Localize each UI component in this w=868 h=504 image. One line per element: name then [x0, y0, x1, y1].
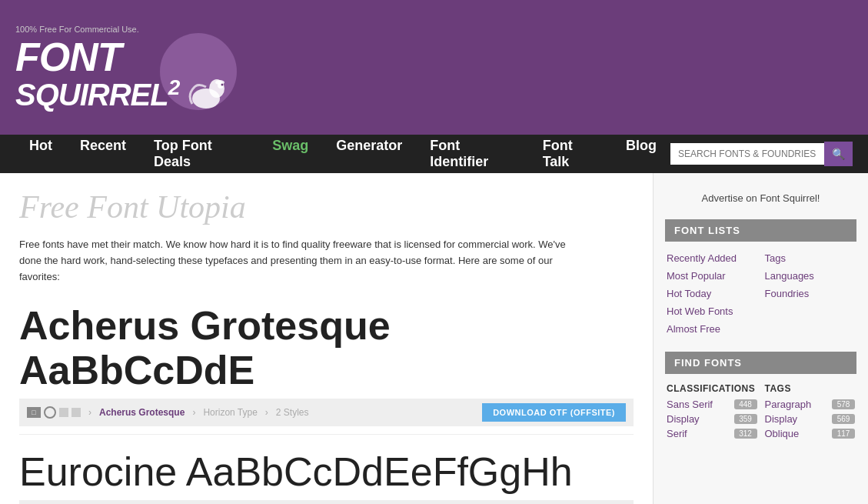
find-item-display-tag: Display 569 [765, 413, 856, 425]
sidebar: Advertise on Font Squirrel! FONT LISTS R… [653, 173, 868, 504]
square-icon2 [72, 408, 81, 417]
paragraph-label[interactable]: Paragraph [765, 399, 812, 410]
oblique-count: 117 [832, 429, 855, 439]
display-count: 359 [734, 414, 757, 424]
font-item-acherus: Acherus Grotesque AaBbCcDdE □ › Acherus … [19, 304, 634, 434]
navigation-bar: Hot Recent Top Font Deals Swag Generator… [0, 135, 868, 173]
oblique-label[interactable]: Oblique [765, 428, 800, 439]
page-title: Free Font Utopia [19, 189, 634, 225]
svg-point-4 [221, 84, 224, 86]
sidebar-ad[interactable]: Advertise on Font Squirrel! [665, 185, 856, 219]
sidebar-link-recently-added[interactable]: Recently Added [667, 251, 757, 265]
find-item-display: Display 359 [667, 413, 757, 425]
tags-header: TAGS [765, 383, 856, 394]
logo-text: FONT SQUIRREL2 [15, 37, 179, 110]
classifications-col: CLASSIFICATIONS Sans Serif 448 Display 3… [667, 383, 757, 442]
logo-area[interactable]: 100% Free For Commercial Use. FONT SQUIR… [15, 25, 229, 110]
font-item-eurocine: Eurocine AaBbCcDdEeFfGgHh □ › Eurocine ›… [19, 450, 634, 504]
main-layout: Free Font Utopia Free fonts have met the… [0, 173, 868, 504]
search-button[interactable]: 🔍 [824, 142, 853, 166]
font-meta-bar-acherus: □ › Acherus Grotesque › Horizon Type › 2… [19, 399, 634, 426]
display-tag-count: 569 [832, 414, 855, 424]
sep2: › [192, 407, 195, 418]
monitor-icon: □ [27, 407, 41, 418]
font-styles-acherus: 2 Styles [276, 407, 309, 418]
sidebar-link-most-popular[interactable]: Most Popular [667, 269, 757, 283]
sidebar-link-foundries[interactable]: Foundries [765, 286, 856, 301]
svg-point-3 [215, 80, 224, 85]
find-item-paragraph: Paragraph 578 [765, 399, 856, 410]
display-tag-label[interactable]: Display [765, 413, 798, 425]
find-fonts-header: FIND FONTS [665, 352, 856, 374]
sidebar-link-languages[interactable]: Languages [765, 269, 856, 283]
tags-col: TAGS Paragraph 578 Display 569 Oblique 1… [765, 383, 856, 442]
main-content: Free Font Utopia Free fonts have met the… [0, 173, 653, 504]
sans-serif-count: 448 [734, 399, 757, 409]
logo-font-word: FONT [15, 37, 179, 77]
square-icon1 [59, 408, 68, 417]
font-icons-acherus: □ [27, 406, 81, 419]
font-foundry-acherus: Horizon Type [203, 407, 257, 418]
squirrel-icon [183, 72, 229, 110]
sidebar-link-almost-free[interactable]: Almost Free [667, 322, 855, 336]
find-item-sans-serif: Sans Serif 448 [667, 399, 757, 410]
font-lists-links: Recently Added Tags Most Popular Languag… [665, 251, 856, 336]
sidebar-link-hot-today[interactable]: Hot Today [667, 286, 757, 301]
font-preview-eurocine: Eurocine AaBbCcDdEeFfGgHh [19, 450, 634, 494]
find-item-oblique: Oblique 117 [765, 428, 856, 439]
display-label[interactable]: Display [667, 413, 700, 425]
font-preview-acherus: Acherus Grotesque AaBbCcDdE [19, 304, 634, 392]
find-fonts-section: FIND FONTS CLASSIFICATIONS Sans Serif 44… [665, 352, 856, 442]
page-description: Free fonts have met their match. We know… [19, 237, 580, 285]
font-name-acherus[interactable]: Acherus Grotesque [99, 407, 185, 418]
ad-text: Advertise on Font Squirrel! [702, 192, 820, 204]
font-lists-header: FONT LISTS [665, 219, 856, 242]
classifications-header: CLASSIFICATIONS [667, 383, 757, 394]
download-button-acherus[interactable]: DOWNLOAD OTF (OFFSITE) [482, 403, 626, 422]
sep1: › [88, 407, 91, 418]
logo-text-wrapper: FONT SQUIRREL2 [15, 37, 179, 110]
paragraph-count: 578 [832, 399, 855, 409]
logo-squirrel-word: SQUIRREL2 [15, 77, 179, 110]
site-header: 100% Free For Commercial Use. FONT SQUIR… [0, 0, 868, 135]
search-input[interactable] [670, 143, 824, 165]
find-fonts-columns: CLASSIFICATIONS Sans Serif 448 Display 3… [665, 383, 856, 442]
search-area: 🔍 [670, 142, 853, 166]
globe-icon [44, 406, 56, 419]
serif-label[interactable]: Serif [667, 428, 687, 439]
sidebar-link-tags[interactable]: Tags [765, 251, 856, 265]
font-meta-bar-eurocine: □ › Eurocine › Paulo Goode › 2 Styles DO… [19, 500, 634, 504]
sans-serif-label[interactable]: Sans Serif [667, 399, 713, 410]
find-item-serif: Serif 312 [667, 428, 757, 439]
serif-count: 312 [734, 429, 757, 439]
sidebar-link-hot-web-fonts[interactable]: Hot Web Fonts [667, 304, 855, 319]
sep3: › [265, 407, 268, 418]
logo-main: FONT SQUIRREL2 [15, 37, 229, 110]
